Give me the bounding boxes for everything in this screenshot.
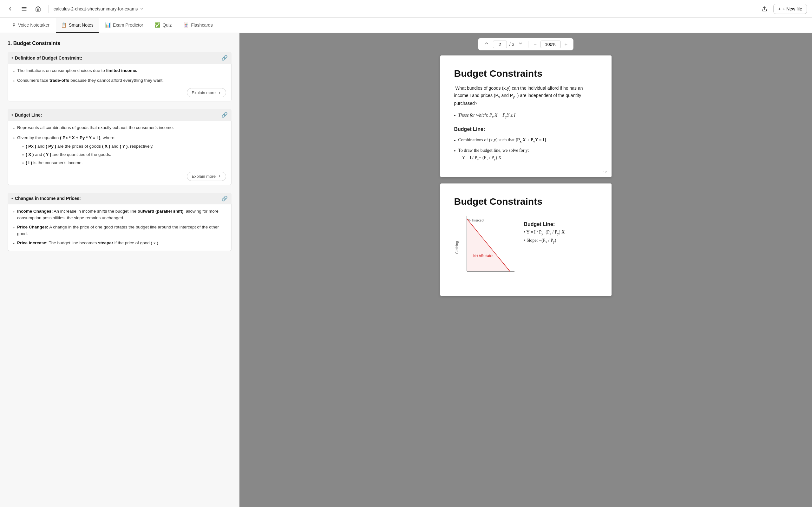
note-title-changes: Changes in Income and Prices: xyxy=(15,196,81,201)
filename-label: calculus-2-cheat-sheetsummary-for-exams xyxy=(54,6,138,11)
chevron-right-icon-2 xyxy=(217,174,221,178)
tab-smart-notes-label: Smart Notes xyxy=(69,22,94,27)
tab-flashcards[interactable]: 🃏 Flashcards xyxy=(178,18,217,33)
pdf-bullet-3: • To draw the budget line, we solve for … xyxy=(454,147,598,162)
note-item-1: ◦ The limitations on consumption choices… xyxy=(13,67,226,75)
sub-bullet-bl-1: ▪ xyxy=(22,143,24,150)
note-section-changes: • Changes in Income and Prices: 🔗 ◦ Inco… xyxy=(8,193,232,251)
note-body-changes: ◦ Income Changes: An increase in income … xyxy=(8,205,232,251)
sub-item-bl-1: ▪ ( Px ) and ( Py ) are the prices of go… xyxy=(22,143,154,150)
chart-not-affordable-label: Not Affordable xyxy=(473,254,494,258)
note-header-left-2: • Budget Line: xyxy=(11,112,42,118)
tab-quiz-label: Quiz xyxy=(162,22,171,27)
link-icon-budget-line[interactable]: 🔗 xyxy=(221,112,228,118)
sub-list-bl: ▪ ( Px ) and ( Py ) are the prices of go… xyxy=(17,143,154,166)
pdf-page2-formulas: Budget Line: • Y = I / Py−(Px / Py) X • … xyxy=(524,213,598,283)
budget-chart-svg: Clothing Y- Intercept Not Affordable xyxy=(454,213,518,282)
note-title-definition: Definition of Budget Constraint: xyxy=(15,55,82,60)
pdf-next-button[interactable] xyxy=(517,40,524,48)
note-bullet-ch-3: ▪ xyxy=(13,240,14,247)
tab-voice-label: Voice Notetaker xyxy=(18,22,49,27)
tabbar: 🎙 Voice Notetaker 📋 Smart Notes 📊 Exam P… xyxy=(0,18,812,33)
pdf-prev-button[interactable] xyxy=(483,40,490,48)
voice-icon: 🎙 xyxy=(11,22,16,27)
pdf-formula-text-2: • Slope: −(Px / Py) xyxy=(524,238,556,244)
new-file-button[interactable]: + + New file xyxy=(773,4,807,14)
note-item-ch-2: ◦ Price Changes: A change in the price o… xyxy=(13,224,226,237)
topbar: calculus-2-cheat-sheetsummary-for-exams … xyxy=(0,0,812,18)
exam-predictor-icon: 📊 xyxy=(105,22,111,28)
note-item-bl-2: ◦ Given by the equation ( Px * X + Py * … xyxy=(13,134,226,168)
tab-voice[interactable]: 🎙 Voice Notetaker xyxy=(6,18,55,33)
sub-item-bl-2: ▪ ( X ) and ( Y ) are the quantities of … xyxy=(22,152,154,158)
smart-notes-icon: 📋 xyxy=(61,22,67,28)
bullet-icon-3: • xyxy=(11,196,13,201)
pdf-page-input[interactable] xyxy=(493,41,507,48)
pdf-page-1: Budget Constraints What bundles of goods… xyxy=(440,55,612,177)
svg-marker-7 xyxy=(467,219,510,271)
note-bullet-ch-2: ◦ xyxy=(13,224,14,237)
menu-button[interactable] xyxy=(19,4,29,14)
chevron-down-icon xyxy=(518,41,523,46)
explain-more-button-2[interactable]: Explain more xyxy=(187,172,226,181)
pdf-bullet-text-1: Those for which: Px X + PyY ≤ I xyxy=(458,112,515,119)
topbar-actions: + + New file xyxy=(759,4,807,14)
note-text-2: Consumers face trade-offs because they c… xyxy=(17,77,164,84)
pdf-formula-text-1: • Y = I / Py−(Px / Py) X xyxy=(524,230,565,235)
note-header-left: • Definition of Budget Constraint: xyxy=(11,55,82,60)
pdf-panel: / 3 − + Budget Constraints What bundles … xyxy=(240,33,812,507)
pdf-formula-1: • Y = I / Py−(Px / Py) X xyxy=(524,230,598,235)
pdf-toolbar: / 3 − + xyxy=(478,38,573,50)
note-item-2: ◦ Consumers face trade-offs because they… xyxy=(13,77,226,84)
pdf-budget-line-title-2: Budget Line: xyxy=(524,222,598,227)
sub-bullet-bl-3: ▪ xyxy=(22,160,24,166)
note-header-definition: • Definition of Budget Constraint: 🔗 xyxy=(8,52,232,64)
pdf-zoom-input[interactable] xyxy=(541,41,561,48)
pdf-bullet-dot-3: • xyxy=(454,147,456,162)
pdf-bullet-dot-2: • xyxy=(454,137,456,144)
note-bullet-2: ◦ xyxy=(13,78,14,84)
new-file-plus: + xyxy=(778,6,780,11)
link-icon-definition[interactable]: 🔗 xyxy=(221,55,228,61)
pdf-zoom-in-button[interactable]: + xyxy=(563,41,569,48)
back-button[interactable] xyxy=(5,4,15,14)
home-button[interactable] xyxy=(33,4,43,14)
note-text-ch-3: Price Increase: The budget line becomes … xyxy=(17,240,158,247)
breadcrumb-chevron[interactable] xyxy=(140,7,144,11)
pdf-zoom-out-button[interactable]: − xyxy=(532,41,538,48)
quiz-icon: ✅ xyxy=(154,22,160,28)
tab-quiz[interactable]: ✅ Quiz xyxy=(149,18,177,33)
pdf-total-pages: / 3 xyxy=(509,42,514,47)
new-file-label: + New file xyxy=(782,6,802,11)
pdf-page1-body: What bundles of goods (x,y) can the indi… xyxy=(454,84,598,162)
note-item-ch-3: ▪ Price Increase: The budget line become… xyxy=(13,240,226,247)
sub-text-bl-2: ( X ) and ( Y ) are the quantities of th… xyxy=(26,152,111,158)
chevron-up-icon xyxy=(484,41,489,46)
note-body-definition: ◦ The limitations on consumption choices… xyxy=(8,64,232,101)
chart-y-intercept-label: Y- Intercept xyxy=(468,219,484,222)
note-title-budget-line: Budget Line: xyxy=(15,112,42,118)
note-text-ch-1: Income Changes: An increase in income sh… xyxy=(17,208,226,222)
tab-smart-notes[interactable]: 📋 Smart Notes xyxy=(56,18,99,33)
note-text-1: The limitations on consumption choices d… xyxy=(17,67,137,75)
note-bullet-1: ◦ xyxy=(13,68,14,75)
notes-panel: 1. Budget Constraints • Definition of Bu… xyxy=(0,33,240,507)
pdf-page-number-1: 12 xyxy=(603,170,607,174)
budget-chart-wrapper: Clothing Y- Intercept Not Affordable xyxy=(454,213,518,283)
explain-more-button-1[interactable]: Explain more xyxy=(187,88,226,97)
note-header-changes: • Changes in Income and Prices: 🔗 xyxy=(8,193,232,205)
pdf-intro: What bundles of goods (x,y) can the indi… xyxy=(454,84,598,107)
pdf-bullet-dot-1: • xyxy=(454,112,456,119)
note-item-bl-1: ◦ Represents all combinations of goods t… xyxy=(13,124,226,132)
bullet-icon-2: • xyxy=(11,112,13,118)
pdf-bullet-2: • Combinations of (x,y) such that [Px X … xyxy=(454,136,598,144)
pdf-formula-2: • Slope: −(Px / Py) xyxy=(524,238,598,244)
upload-button[interactable] xyxy=(759,4,769,14)
note-bullet-bl-1: ◦ xyxy=(13,125,14,132)
link-icon-changes[interactable]: 🔗 xyxy=(221,195,228,202)
note-text-bl-1: Represents all combinations of goods tha… xyxy=(17,124,174,132)
breadcrumb: calculus-2-cheat-sheetsummary-for-exams xyxy=(54,6,144,11)
tab-exam-predictor[interactable]: 📊 Exam Predictor xyxy=(100,18,148,33)
chevron-right-icon-1 xyxy=(217,91,221,95)
chart-y-axis-label: Clothing xyxy=(455,241,459,254)
